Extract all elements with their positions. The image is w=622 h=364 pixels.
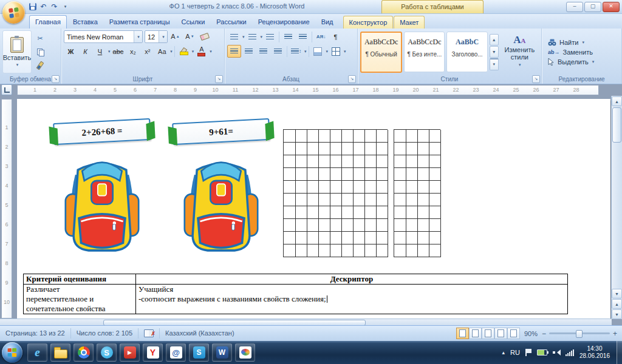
undo-button[interactable]: ↶: [39, 2, 48, 12]
sort-button[interactable]: АЯ↓: [314, 30, 328, 43]
word-count[interactable]: Число слов: 2 105: [71, 328, 138, 339]
print-layout-view-button[interactable]: [456, 328, 469, 339]
underline-dropdown-icon[interactable]: ▾: [108, 49, 111, 54]
tab-review[interactable]: Рецензирование: [253, 16, 315, 29]
paste-button[interactable]: Вставить ▾: [2, 30, 32, 73]
font-color-dropdown-icon[interactable]: ▾: [210, 49, 212, 54]
close-button[interactable]: ✕: [603, 2, 620, 12]
criteria-cell[interactable]: Различает переместительное и сочетательн…: [24, 285, 136, 314]
grow-font-button[interactable]: А▲: [168, 30, 182, 43]
language-indicator[interactable]: Казахский (Казахстан): [160, 328, 239, 339]
scroll-down-button[interactable]: ▼: [612, 289, 622, 298]
numbering-button[interactable]: [245, 30, 259, 43]
shading-button[interactable]: [311, 45, 325, 58]
h-ruler[interactable]: 1234567891011121314151617181920212223242…: [17, 85, 599, 95]
qat-customize-dropdown[interactable]: ▾: [61, 2, 70, 12]
taskbar-media-player[interactable]: ▶: [120, 343, 140, 362]
font-family-combo[interactable]: Times New Roman ▾: [64, 30, 143, 43]
document-page[interactable]: 2+26+68 = 9+61= Критерий оценивания Деск…: [17, 99, 610, 318]
decrease-indent-button[interactable]: [281, 30, 295, 43]
taskbar-internet-explorer[interactable]: e: [27, 343, 47, 362]
paragraph-dialog-launcher[interactable]: ↘: [348, 75, 356, 83]
show-hidden-icons-button[interactable]: ▴: [502, 349, 505, 356]
style-no-spacing[interactable]: AaBbCcDc ¶ Без инте...: [404, 32, 445, 72]
taskbar-paint[interactable]: [235, 343, 255, 362]
fullscreen-view-button[interactable]: [469, 328, 482, 339]
styles-gallery-more[interactable]: ▾: [490, 58, 499, 70]
shrink-font-button[interactable]: А▼: [183, 30, 197, 43]
vertical-scrollbar[interactable]: ▲ ▼ ▲ ▼: [611, 96, 622, 319]
change-styles-button[interactable]: АА Изменить стили ▾: [501, 35, 539, 69]
tab-table-design[interactable]: Конструктор: [343, 16, 394, 29]
taskbar-messenger[interactable]: S: [189, 343, 209, 362]
paste-dropdown-icon[interactable]: ▾: [16, 62, 19, 67]
borders-button[interactable]: [329, 45, 343, 58]
save-button[interactable]: [28, 2, 37, 12]
tab-home[interactable]: Главная: [29, 15, 67, 29]
underline-button[interactable]: Ч: [93, 45, 107, 58]
tab-mailings[interactable]: Рассылки: [211, 16, 251, 29]
italic-button[interactable]: К: [78, 45, 92, 58]
tab-stop-selector[interactable]: [1, 84, 12, 95]
draft-view-button[interactable]: [507, 328, 520, 339]
action-center-flag-icon[interactable]: [525, 349, 531, 356]
justify-button[interactable]: [271, 45, 285, 58]
tab-table-layout[interactable]: Макет: [394, 16, 425, 29]
highlight-dropdown-icon[interactable]: ▾: [192, 49, 194, 54]
copy-button[interactable]: [33, 46, 47, 58]
office-button[interactable]: [2, 1, 25, 24]
style-normal[interactable]: AaBbCcDc ¶ Обычный: [360, 32, 402, 73]
speaker-icon[interactable]: [553, 349, 560, 356]
bold-button[interactable]: Ж: [64, 45, 78, 58]
show-paragraph-marks-button[interactable]: ¶: [329, 30, 343, 43]
proofing-status[interactable]: ✗: [138, 328, 160, 339]
assessment-table[interactable]: Критерий оценивания Дескриптор Различает…: [23, 274, 568, 314]
scroll-thumb[interactable]: [612, 107, 621, 143]
select-button[interactable]: Выделить ▾: [548, 58, 615, 66]
tab-view[interactable]: Вид: [316, 16, 339, 29]
strikethrough-button[interactable]: abc: [111, 45, 126, 58]
change-case-button[interactable]: Аа: [155, 45, 169, 58]
language-switcher[interactable]: RU: [510, 349, 520, 356]
taskbar-skype[interactable]: S: [97, 343, 117, 362]
subscript-button[interactable]: х₂: [126, 45, 140, 58]
format-painter-button[interactable]: [33, 59, 47, 72]
taskbar-word[interactable]: W: [212, 343, 232, 362]
styles-scroll-up[interactable]: ▲: [490, 34, 499, 46]
font-color-button[interactable]: А: [194, 45, 208, 58]
scroll-up-button[interactable]: ▲: [612, 96, 622, 106]
bullets-button[interactable]: [227, 30, 241, 43]
zoom-thumb[interactable]: [576, 330, 583, 338]
page-indicator[interactable]: Страница: 13 из 22: [0, 328, 71, 339]
zoom-slider[interactable]: − +: [542, 330, 617, 337]
cut-button[interactable]: ✂: [33, 33, 47, 45]
web-layout-view-button[interactable]: [482, 328, 494, 339]
tab-insert[interactable]: Вставка: [67, 16, 103, 29]
font-size-combo[interactable]: 12 ▾: [145, 30, 168, 43]
change-case-dropdown-icon[interactable]: ▾: [170, 49, 173, 54]
styles-dialog-launcher[interactable]: ↘: [532, 75, 540, 83]
tab-references[interactable]: Ссылки: [176, 16, 211, 29]
zoom-in-button[interactable]: +: [613, 330, 617, 337]
align-right-button[interactable]: [256, 45, 270, 58]
maximize-button[interactable]: ▢: [584, 2, 601, 12]
zoom-level[interactable]: 90%: [524, 330, 538, 337]
network-signal-icon[interactable]: [566, 349, 574, 356]
find-button[interactable]: Найти ▾: [548, 39, 615, 46]
taskbar-yandex[interactable]: Y: [143, 343, 163, 362]
tab-page-layout[interactable]: Разметка страницы: [104, 16, 176, 29]
line-spacing-button[interactable]: ↕: [289, 45, 303, 58]
style-heading[interactable]: AaBbC Заголово...: [446, 32, 487, 72]
clipboard-dialog-launcher[interactable]: ↘: [52, 75, 60, 83]
increase-indent-button[interactable]: [296, 30, 310, 43]
v-ruler[interactable]: 12345678910: [1, 99, 12, 318]
styles-scroll-down[interactable]: ▼: [490, 46, 499, 58]
battery-icon[interactable]: [537, 349, 547, 356]
font-dialog-launcher[interactable]: ↘: [215, 75, 223, 83]
minimize-button[interactable]: –: [566, 2, 583, 12]
zoom-out-button[interactable]: −: [542, 330, 546, 337]
font-size-dropdown-icon[interactable]: ▾: [159, 31, 167, 42]
taskbar-explorer[interactable]: [50, 343, 70, 362]
next-page-button[interactable]: ▼: [612, 309, 622, 319]
align-left-button[interactable]: [227, 45, 241, 58]
